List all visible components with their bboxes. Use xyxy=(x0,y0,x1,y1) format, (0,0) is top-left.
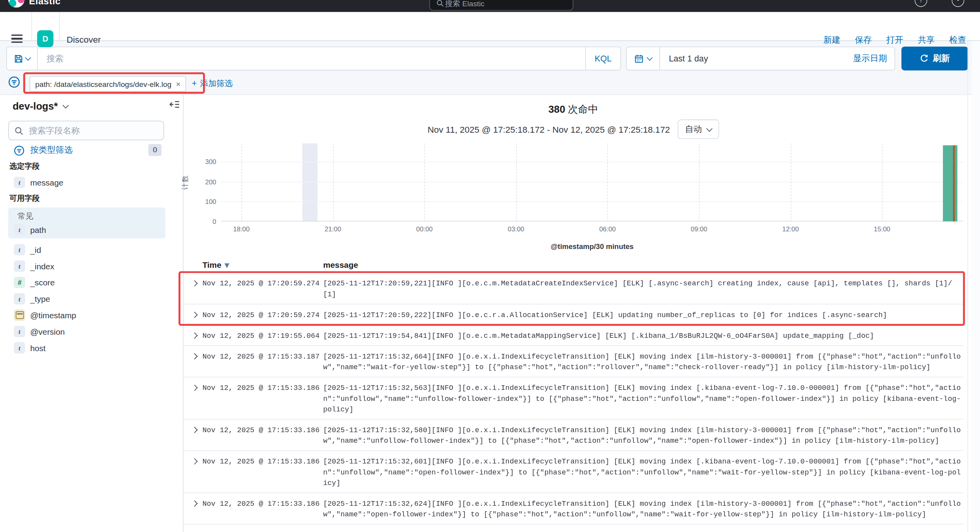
row-time: Nov 12, 2025 @ 17:15:33.186 xyxy=(202,456,323,467)
global-search-input[interactable] xyxy=(444,0,553,9)
row-time: Nov 12, 2025 @ 17:15:33.187 xyxy=(202,351,323,362)
collapse-sidebar-icon[interactable] xyxy=(169,99,180,110)
field-type-icon: t xyxy=(14,326,25,337)
y-tick-label: 200 xyxy=(189,178,216,185)
table-row[interactable]: Nov 12, 2025 @ 17:20:59.274[2025-11-12T1… xyxy=(183,273,964,304)
filter-pill[interactable]: path: /data/elasticsearch/logs/dev-elk.l… xyxy=(30,76,187,92)
row-message: [2025-11-12T17:15:32,563][INFO ][o.e.x.i… xyxy=(323,382,964,415)
date-quick-menu[interactable] xyxy=(627,47,660,70)
field-item[interactable]: #_score xyxy=(8,274,165,291)
user-icon[interactable]: • xyxy=(952,0,964,7)
filter-by-type-button[interactable]: 按类型筛选 xyxy=(14,145,72,156)
field-type-icon: t xyxy=(14,244,25,255)
page-title: Discover xyxy=(67,34,101,45)
table-row[interactable]: Nov 12, 2025 @ 17:15:33.187[2025-11-12T1… xyxy=(183,346,964,377)
table-row[interactable]: Nov 12, 2025 @ 17:15:33.186[2025-11-12T1… xyxy=(183,493,964,525)
refresh-button[interactable]: 刷新 xyxy=(901,47,968,70)
histogram-chart[interactable] xyxy=(221,143,963,221)
type-filter-count-badge: 0 xyxy=(148,144,162,156)
field-type-icon: t xyxy=(14,293,25,305)
log-table: Nov 12, 2025 @ 17:20:59.274[2025-11-12T1… xyxy=(183,273,964,532)
field-name: message xyxy=(30,178,63,187)
hits-count: 380 次命中 xyxy=(183,103,963,117)
date-picker: Last 1 day 显示日期 xyxy=(626,47,895,70)
filter-icon[interactable] xyxy=(8,76,20,88)
kql-button[interactable]: KQL xyxy=(585,47,620,70)
field-name: @version xyxy=(30,327,65,336)
available-fields-heading: 可用字段 xyxy=(9,193,40,204)
chevron-down-icon xyxy=(25,54,31,61)
gridline xyxy=(882,143,883,221)
row-time: Nov 12, 2025 @ 17:15:33.186 xyxy=(202,530,323,532)
sort-desc-icon: ▼ xyxy=(225,261,229,269)
time-column-header[interactable]: Time▼ xyxy=(202,260,229,270)
query-input[interactable] xyxy=(45,54,580,64)
field-item[interactable]: tpath xyxy=(8,222,165,238)
x-tick-label: 15:00 xyxy=(874,225,890,233)
field-name: host xyxy=(30,343,45,353)
row-time: Nov 12, 2025 @ 17:19:55.064 xyxy=(202,330,323,341)
histogram-bar[interactable] xyxy=(943,146,958,222)
index-pattern-selector[interactable]: dev-logs* xyxy=(13,101,68,112)
row-message: [2025-11-12T17:15:32,644][INFO ][o.e.x.i… xyxy=(323,530,964,532)
global-search-box[interactable] xyxy=(429,0,573,11)
time-range-value[interactable]: Last 1 day xyxy=(660,54,853,63)
save-button[interactable]: 保存 xyxy=(855,34,872,46)
field-item[interactable]: t_type xyxy=(8,290,165,307)
table-row[interactable]: Nov 12, 2025 @ 17:20:59.274[2025-11-12T1… xyxy=(183,305,964,325)
field-item[interactable]: t@version xyxy=(8,323,165,340)
show-dates-button[interactable]: 显示日期 xyxy=(853,53,894,64)
add-filter-button[interactable]: +添加筛选 xyxy=(192,78,233,89)
inspect-button[interactable]: 检查 xyxy=(949,34,966,46)
y-tick-label: 0 xyxy=(189,218,216,225)
help-icon[interactable]: ? xyxy=(915,0,927,7)
x-tick-label: 00:00 xyxy=(416,225,433,233)
field-search-box[interactable] xyxy=(8,121,164,141)
row-message: [2025-11-12T17:20:59,222][INFO ][o.e.c.r… xyxy=(323,310,964,320)
table-header: Time▼ message xyxy=(183,260,964,273)
remove-filter-icon[interactable]: × xyxy=(176,79,181,88)
row-time: Nov 12, 2025 @ 17:15:33.186 xyxy=(202,498,323,509)
field-type-icon xyxy=(14,310,25,321)
table-row[interactable]: Nov 12, 2025 @ 17:15:33.186[2025-11-12T1… xyxy=(183,451,964,493)
share-button[interactable]: 共享 xyxy=(918,34,935,46)
open-button[interactable]: 打开 xyxy=(886,34,903,46)
app-header: D Discover 新建 保存 打开 共享 检查 xyxy=(0,12,980,41)
field-type-icon: t xyxy=(14,224,25,235)
table-row[interactable]: Nov 12, 2025 @ 17:15:33.186[2025-11-12T1… xyxy=(183,420,964,451)
table-row[interactable]: Nov 12, 2025 @ 17:15:33.186[2025-11-12T1… xyxy=(183,377,964,420)
gridline xyxy=(424,143,425,221)
gridline xyxy=(516,143,517,221)
field-name: _type xyxy=(30,294,50,303)
field-item[interactable]: tmessage xyxy=(8,174,165,191)
field-item[interactable]: t_id xyxy=(8,242,165,258)
gridline xyxy=(241,143,242,221)
field-item[interactable]: t_index xyxy=(8,258,165,274)
popular-heading: 常见 xyxy=(18,211,33,222)
chevron-down-icon xyxy=(647,54,653,61)
field-search-input[interactable] xyxy=(28,125,144,136)
field-item[interactable]: thost xyxy=(8,340,165,356)
page-scrollbar[interactable] xyxy=(972,12,980,532)
discover-app-icon[interactable]: D xyxy=(37,30,54,47)
saved-query-menu[interactable] xyxy=(7,47,38,70)
table-row[interactable]: Nov 12, 2025 @ 17:19:55.064[2025-11-12T1… xyxy=(183,325,964,346)
field-name: _id xyxy=(30,245,41,254)
x-tick-label: 12:00 xyxy=(782,225,799,233)
menu-icon[interactable] xyxy=(11,34,23,43)
selected-fields-list: tmessage xyxy=(8,174,165,191)
field-item[interactable]: @timestamp xyxy=(8,307,165,323)
elastic-logo-icon[interactable] xyxy=(8,0,25,7)
new-button[interactable]: 新建 xyxy=(824,34,840,46)
search-icon xyxy=(436,0,444,7)
gridline xyxy=(333,143,334,221)
message-column-header: message xyxy=(323,260,358,270)
row-message: [2025-11-12T17:15:32,601][INFO ][o.e.x.i… xyxy=(323,456,964,488)
filter-icon xyxy=(14,145,24,155)
gridline xyxy=(608,143,608,221)
field-type-icon: t xyxy=(14,260,25,272)
field-type-icon: t xyxy=(14,177,25,188)
save-query-icon xyxy=(14,54,23,63)
table-row[interactable]: Nov 12, 2025 @ 17:15:33.186[2025-11-12T1… xyxy=(183,525,964,532)
interval-select[interactable]: 自动 xyxy=(678,119,719,139)
